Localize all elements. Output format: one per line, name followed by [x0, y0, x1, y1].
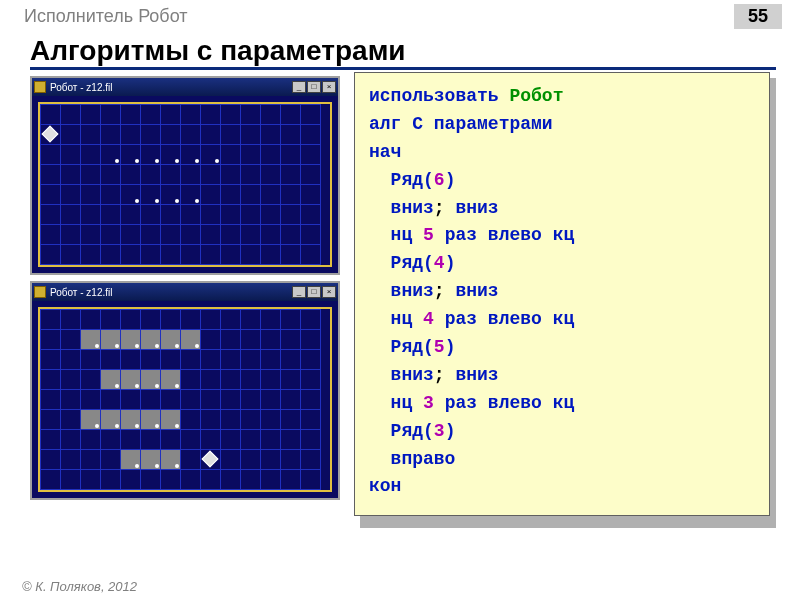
grid-cell: [241, 225, 261, 245]
grid-cell: [201, 410, 221, 430]
code-sep: ;: [434, 281, 456, 301]
grid-cell: [41, 245, 61, 265]
grid-cell: [61, 470, 81, 490]
grid-cell: [261, 165, 281, 185]
grid-cell: [221, 245, 241, 265]
grid-cell: [61, 225, 81, 245]
code-paren: ): [445, 253, 456, 273]
grid-cell: [181, 245, 201, 265]
code-sep: ;: [434, 198, 456, 218]
window1-minimize-button[interactable]: _: [292, 81, 306, 93]
robot-window-2: Робот - z12.fil _ □ ×: [30, 281, 340, 500]
grid-cell: [261, 390, 281, 410]
grid-cell: [81, 330, 101, 350]
grid-cell: [301, 310, 321, 330]
code-cmd: вниз: [391, 365, 434, 385]
grid-cell: [241, 450, 261, 470]
grid-cell: [221, 370, 241, 390]
dot-marker: [175, 199, 179, 203]
grid-cell: [81, 145, 101, 165]
grid-cell: [201, 390, 221, 410]
grid-cell: [161, 350, 181, 370]
dot-marker: [175, 344, 179, 348]
grid-cell: [41, 470, 61, 490]
grid-cell: [281, 165, 301, 185]
grid-cell: [201, 105, 221, 125]
grid-cell: [181, 410, 201, 430]
grid-cell: [221, 470, 241, 490]
window2-close-button[interactable]: ×: [322, 286, 336, 298]
dot-marker: [175, 424, 179, 428]
dot-marker: [155, 424, 159, 428]
grid-cell: [61, 350, 81, 370]
grid-cell: [261, 430, 281, 450]
window2-maximize-button[interactable]: □: [307, 286, 321, 298]
grid-cell: [241, 245, 261, 265]
window2-grid: [38, 307, 332, 492]
grid-cell: [301, 185, 321, 205]
window1-title: Робот - z12.fil: [50, 82, 292, 93]
window1-close-button[interactable]: ×: [322, 81, 336, 93]
grid-cell: [201, 370, 221, 390]
grid-cell: [101, 205, 121, 225]
grid-cell: [161, 310, 181, 330]
grid-cell: [281, 185, 301, 205]
grid-cell: [61, 125, 81, 145]
grid-cell: [61, 370, 81, 390]
window1-maximize-button[interactable]: □: [307, 81, 321, 93]
grid-cell: [281, 205, 301, 225]
grid-cell: [241, 125, 261, 145]
grid-cell: [161, 145, 181, 165]
grid-cell: [121, 105, 141, 125]
grid-cell: [61, 410, 81, 430]
grid-cell: [101, 390, 121, 410]
dot-marker: [115, 344, 119, 348]
grid-cell: [41, 145, 61, 165]
grid-cell: [221, 410, 241, 430]
dot-marker: [135, 344, 139, 348]
code-cmd: вниз: [455, 198, 498, 218]
grid-cell: [181, 205, 201, 225]
grid-cell: [61, 245, 81, 265]
grid-cell: [61, 390, 81, 410]
dot-marker: [155, 344, 159, 348]
grid-cell: [61, 205, 81, 225]
code-number: 4: [423, 309, 434, 329]
grid-cell: [61, 145, 81, 165]
grid-cell: [81, 125, 101, 145]
grid-cell: [241, 430, 261, 450]
window2-minimize-button[interactable]: _: [292, 286, 306, 298]
grid-cell: [281, 245, 301, 265]
grid-cell: [101, 145, 121, 165]
grid-cell: [241, 105, 261, 125]
grid-cell: [61, 430, 81, 450]
window2-titlebar: Робот - z12.fil _ □ ×: [32, 283, 338, 301]
grid-cell: [241, 390, 261, 410]
grid-cell: [201, 125, 221, 145]
dot-marker: [175, 384, 179, 388]
grid-cell: [141, 470, 161, 490]
grid-cell: [181, 185, 201, 205]
grid-cell: [141, 410, 161, 430]
grid-cell: [161, 470, 181, 490]
grid-cell: [161, 450, 181, 470]
grid-cell: [101, 450, 121, 470]
dot-marker: [135, 424, 139, 428]
grid-cell: [141, 165, 161, 185]
grid-cell: [81, 105, 101, 125]
grid-cell: [121, 350, 141, 370]
grid-cell: [241, 370, 261, 390]
grid-cell: [41, 125, 61, 145]
grid-cell: [81, 390, 101, 410]
grid-cell: [101, 125, 121, 145]
grid-cell: [241, 350, 261, 370]
left-column: Робот - z12.fil _ □ × Робот - z12.fil: [30, 76, 340, 506]
grid-cell: [121, 225, 141, 245]
grid-cell: [141, 430, 161, 450]
code-block: использовать Робот алг С параметрами нач…: [354, 72, 770, 516]
grid-cell: [261, 205, 281, 225]
grid-cell: [41, 205, 61, 225]
grid-cell: [241, 470, 261, 490]
code-paren: (: [423, 337, 434, 357]
grid-cell: [261, 470, 281, 490]
